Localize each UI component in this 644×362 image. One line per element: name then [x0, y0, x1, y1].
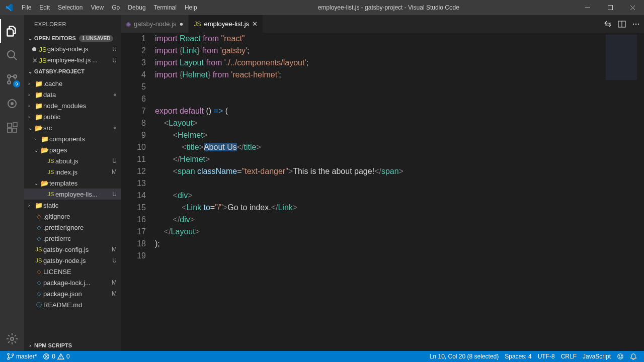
open-editors-list: JSgatsby-node.jsU✕JSemployee-list.js ...… — [24, 44, 121, 66]
compare-icon[interactable] — [604, 20, 612, 28]
twist-icon: › — [28, 103, 34, 109]
minimap[interactable] — [599, 33, 644, 351]
tree-item[interactable]: ⓘREADME.md — [24, 299, 121, 310]
split-editor-icon[interactable] — [618, 20, 626, 28]
settings-icon[interactable] — [0, 327, 24, 351]
title-bar: File Edit Selection View Go Debug Termin… — [0, 0, 644, 15]
dirty-indicator — [32, 47, 36, 51]
editor-tab[interactable]: JSemployee-list.js✕ — [189, 15, 263, 33]
tree-item[interactable]: ›📁public — [24, 111, 121, 122]
menu-help[interactable]: Help — [181, 4, 201, 11]
npm-scripts-header[interactable]: › NPM SCRIPTS — [24, 340, 121, 351]
js-file-icon: JS — [38, 46, 47, 53]
folder-icon: 📁 — [34, 113, 43, 121]
code-content[interactable]: import React from "react"import {Link} f… — [155, 33, 599, 351]
tree-item[interactable]: ⌄📂pages — [24, 144, 121, 155]
folder-icon: 📁 — [34, 91, 43, 99]
svg-rect-10 — [13, 128, 17, 132]
file-icon: ◇ — [34, 268, 43, 275]
js-file-icon: JS — [194, 21, 201, 28]
folder-icon: 📁 — [34, 80, 43, 87]
folder-icon: 📂 — [34, 124, 43, 132]
open-editor-item[interactable]: ✕JSemployee-list.js ...U — [24, 55, 121, 66]
source-control-icon[interactable]: 9 — [0, 67, 24, 92]
svg-point-20 — [621, 355, 622, 356]
encoding[interactable]: UTF-8 — [535, 353, 558, 360]
file-icon: JS — [46, 158, 55, 164]
file-tree: ›📁.cache›📁data●›📁node_modules›📁public⌄📂s… — [24, 77, 121, 340]
tree-item[interactable]: ›📁.cache — [24, 78, 121, 89]
menu-selection[interactable]: Selection — [54, 4, 87, 11]
eol[interactable]: CRLF — [558, 353, 580, 360]
svg-point-7 — [11, 103, 13, 105]
feedback-icon[interactable] — [614, 353, 627, 360]
open-editors-header[interactable]: ⌄ OPEN EDITORS 1 UNSAVED — [24, 33, 121, 44]
code-editor[interactable]: 12345678910111213141516171819 import Rea… — [121, 33, 644, 351]
menu-go[interactable]: Go — [108, 4, 124, 11]
tree-item[interactable]: ◇package.jsonM — [24, 288, 121, 299]
svg-rect-8 — [8, 123, 12, 127]
menu-terminal[interactable]: Terminal — [150, 4, 181, 11]
twist-icon: ⌄ — [34, 147, 40, 153]
svg-rect-0 — [585, 8, 590, 8]
svg-point-15 — [635, 23, 636, 24]
tree-item[interactable]: ›📁static — [24, 200, 121, 211]
tree-item[interactable]: JSindex.jsM — [24, 166, 121, 177]
svg-rect-1 — [608, 6, 612, 10]
open-editor-item[interactable]: JSgatsby-node.jsU — [24, 44, 121, 55]
problems-indicator[interactable]: 0 0 — [40, 353, 72, 360]
indentation[interactable]: Spaces: 4 — [502, 353, 534, 360]
tree-item[interactable]: JSgatsby-config.jsM — [24, 244, 121, 255]
tab-bar: ◉gatsby-node.js●JSemployee-list.js✕ — [121, 15, 644, 33]
more-icon[interactable] — [632, 20, 640, 28]
tree-item[interactable]: ◇.prettierrc — [24, 233, 121, 244]
file-icon: ◇ — [34, 235, 43, 242]
sidebar-title: EXPLORER — [24, 15, 121, 33]
tree-item[interactable]: ⌄📂src● — [24, 122, 121, 133]
tree-item[interactable]: ◇LICENSE — [24, 266, 121, 277]
debug-icon[interactable] — [0, 92, 24, 116]
tree-item[interactable]: JSgatsby-node.jsU — [24, 255, 121, 266]
tree-item[interactable]: ›📁data● — [24, 89, 121, 100]
branch-indicator[interactable]: master* — [4, 353, 40, 360]
tree-item[interactable]: ◇.prettierignore — [24, 222, 121, 233]
menu-edit[interactable]: Edit — [35, 4, 54, 11]
search-icon[interactable] — [0, 43, 24, 67]
twist-icon: › — [28, 114, 34, 120]
editor-tab[interactable]: ◉gatsby-node.js● — [121, 15, 189, 33]
menu-view[interactable]: View — [87, 4, 108, 11]
tree-item[interactable]: ◇.gitignore — [24, 211, 121, 222]
dirty-indicator[interactable]: ● — [180, 20, 184, 28]
notifications-icon[interactable] — [627, 353, 640, 360]
line-numbers: 12345678910111213141516171819 — [121, 33, 155, 351]
close-tab-icon[interactable]: ✕ — [252, 20, 258, 28]
tree-item[interactable]: ◇package-lock.j...M — [24, 277, 121, 288]
folder-icon: 📂 — [40, 146, 49, 154]
unsaved-badge: 1 UNSAVED — [79, 35, 114, 42]
svg-point-4 — [8, 81, 11, 84]
cursor-position[interactable]: Ln 10, Col 20 (8 selected) — [427, 353, 502, 360]
project-header[interactable]: ⌄ GATSBY-PROJECT — [24, 66, 121, 77]
folder-icon: 📁 — [34, 202, 43, 209]
language-mode[interactable]: JavaScript — [580, 353, 614, 360]
minimize-button[interactable] — [576, 0, 599, 15]
menu-debug[interactable]: Debug — [124, 4, 149, 11]
activity-bar: 9 — [0, 15, 24, 351]
svg-rect-9 — [8, 128, 12, 132]
explorer-icon[interactable] — [0, 19, 24, 43]
file-icon: ◇ — [34, 224, 43, 231]
tree-item[interactable]: ›📁node_modules — [24, 100, 121, 111]
tree-item[interactable]: ⌄📂templates — [24, 177, 121, 189]
extensions-icon[interactable] — [0, 116, 24, 140]
folder-icon: 📁 — [40, 135, 49, 143]
tree-item[interactable]: JSemployee-lis...U — [24, 189, 121, 200]
chevron-right-icon: › — [26, 343, 34, 348]
tree-item[interactable]: ›📁components — [24, 133, 121, 144]
twist-icon: › — [28, 81, 34, 86]
close-button[interactable] — [621, 0, 644, 15]
chevron-down-icon: ⌄ — [26, 36, 34, 41]
menu-file[interactable]: File — [18, 4, 35, 11]
tree-item[interactable]: JSabout.jsU — [24, 155, 121, 166]
maximize-button[interactable] — [599, 0, 621, 15]
folder-icon: 📁 — [34, 102, 43, 110]
